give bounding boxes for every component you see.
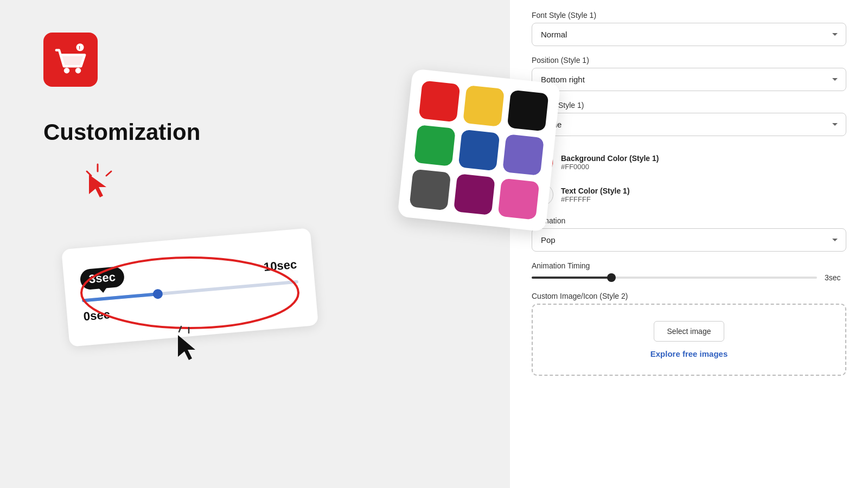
palette-swatch-red[interactable] (419, 80, 461, 122)
shape-select[interactable]: Circle (532, 113, 846, 136)
anim-slider-fill (532, 277, 611, 279)
bg-color-hex: #FF0000 (561, 163, 659, 171)
color-palette-popup (397, 68, 560, 232)
shape-section: Shape (Style 1) Circle (532, 101, 846, 136)
app-logo: ! (43, 33, 98, 87)
position-label: Position (Style 1) (532, 56, 846, 65)
bottom-cursor (174, 325, 206, 365)
animation-timing-value: 3sec (825, 273, 846, 282)
cart-icon: ! (52, 41, 90, 79)
timing-10sec: 10sec (263, 258, 297, 274)
font-style-select[interactable]: Normal (532, 23, 846, 46)
palette-swatch-purple[interactable] (502, 134, 544, 176)
explore-free-images-link[interactable]: Explore free images (544, 349, 834, 358)
font-style-label: Font Style (Style 1) (532, 11, 846, 20)
bottom-cursor-icon (174, 325, 206, 363)
palette-swatch-gray[interactable] (409, 169, 451, 211)
animation-timing-section: Animation Timing 3sec (532, 261, 846, 282)
position-section: Position (Style 1) Bottom right (532, 56, 846, 91)
page-title: Customization (43, 119, 200, 145)
bg-color-row: Background Color (Style 1) #FF0000 (532, 146, 846, 178)
palette-swatch-blue[interactable] (458, 130, 500, 171)
animation-timing-label: Animation Timing (532, 261, 846, 270)
svg-line-9 (179, 326, 181, 332)
font-style-section: Font Style (Style 1) Normal (532, 11, 846, 46)
timing-bubble-3sec: 3sec (79, 266, 125, 291)
text-color-hex: #FFFFFF (561, 195, 630, 203)
bg-color-title: Background Color (Style 1) (561, 154, 659, 163)
palette-swatch-darkpurple[interactable] (454, 174, 495, 215)
animation-label: Animation (532, 216, 846, 225)
palette-swatch-green[interactable] (414, 125, 456, 166)
palette-swatch-black[interactable] (507, 90, 549, 132)
text-color-row: Text Color (Style 1) #FFFFFF (532, 178, 846, 211)
animation-select[interactable]: Pop (532, 228, 846, 252)
custom-image-label: Custom Image/Icon (Style 2) (532, 292, 846, 300)
timing-slider-thumb[interactable] (152, 288, 163, 299)
shape-label: Shape (Style 1) (532, 101, 846, 110)
anim-slider-thumb[interactable] (607, 273, 616, 282)
svg-line-5 (106, 171, 111, 176)
svg-text:!: ! (79, 44, 80, 50)
svg-point-2 (64, 68, 70, 74)
palette-swatch-yellow[interactable] (463, 85, 505, 127)
svg-marker-11 (178, 335, 195, 360)
select-image-button[interactable]: Select image (654, 321, 725, 342)
bg-color-info: Background Color (Style 1) #FF0000 (561, 154, 659, 171)
animation-section: Animation Pop (532, 216, 846, 252)
text-color-title: Text Color (Style 1) (561, 187, 630, 195)
animation-timing-row: 3sec (532, 273, 846, 282)
custom-image-section: Custom Image/Icon (Style 2) Select image… (532, 292, 846, 376)
timing-slider-fill (82, 292, 158, 302)
palette-grid (409, 80, 548, 220)
sparkle-icon (76, 162, 119, 205)
svg-point-3 (75, 68, 81, 74)
custom-image-box: Select image Explore free images (532, 304, 846, 376)
palette-swatch-pink[interactable] (498, 178, 540, 220)
position-select[interactable]: Bottom right (532, 68, 846, 91)
right-panel: Font Style (Style 1) Normal Position (St… (510, 0, 868, 488)
cursor-area (76, 162, 119, 205)
text-color-info: Text Color (Style 1) #FFFFFF (561, 187, 630, 203)
animation-timing-slider[interactable] (532, 277, 817, 279)
svg-marker-7 (89, 175, 106, 197)
